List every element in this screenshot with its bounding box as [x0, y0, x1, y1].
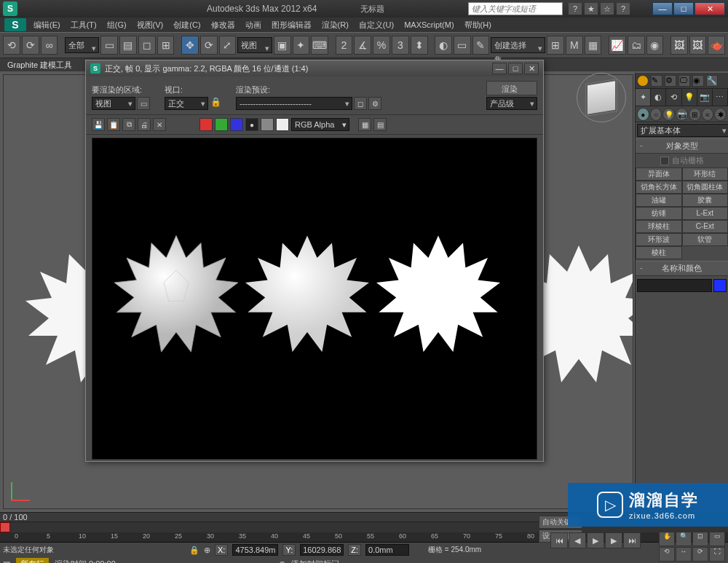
display-tab-icon[interactable]: 📷 — [697, 89, 713, 106]
refcoord-dropdown[interactable]: 视图 — [237, 37, 272, 53]
panel-icon[interactable] — [637, 75, 649, 87]
object-color-swatch[interactable] — [713, 279, 727, 292]
rw-preset-btn2-icon[interactable]: ⚙ — [368, 97, 381, 110]
channel-red-icon[interactable] — [199, 118, 213, 131]
link-icon[interactable]: ⟳ — [22, 36, 39, 55]
prev-frame-icon[interactable]: ◀ — [569, 532, 586, 548]
category-dropdown[interactable]: 扩展基本体 — [637, 124, 728, 137]
create-切角长方体-button[interactable]: 切角长方体 — [636, 181, 682, 194]
render-setup-icon[interactable]: 🖼 — [670, 36, 688, 55]
spacewarps-sub-icon[interactable]: ≈ — [702, 108, 714, 121]
create-球棱柱-button[interactable]: 球棱柱 — [636, 220, 682, 233]
channel-green-icon[interactable] — [215, 118, 228, 131]
lights-sub-icon[interactable]: 💡 — [662, 108, 675, 121]
cameras-sub-icon[interactable]: 📷 — [676, 108, 688, 121]
product-logo-icon[interactable]: S — [4, 18, 26, 31]
object-name-input[interactable] — [637, 279, 712, 292]
rw-channel-dropdown[interactable]: RGB Alpha — [291, 118, 349, 131]
channel-bg-icon[interactable] — [276, 118, 289, 131]
minimize-button[interactable]: — — [652, 2, 673, 15]
snap-3d-icon[interactable]: 3 — [392, 36, 409, 55]
rw-toggle-overlay-icon[interactable]: ▦ — [358, 118, 371, 131]
manip-icon[interactable]: ✦ — [293, 36, 310, 55]
menu-group[interactable]: 组(G) — [107, 20, 127, 31]
nav-fov-icon[interactable]: ⊡ — [692, 532, 708, 546]
rw-minimize-button[interactable]: — — [492, 63, 507, 74]
named-sel-dropdown[interactable]: 创建选择集 — [491, 37, 545, 53]
bind-icon[interactable]: ∞ — [41, 36, 58, 55]
select-icon[interactable]: ▭ — [100, 36, 118, 55]
modify-tab-icon[interactable]: ◐ — [651, 89, 666, 106]
star-icon[interactable]: ★ — [585, 3, 598, 15]
align-icon[interactable]: ▭ — [454, 36, 471, 55]
create-切角圆柱体-button[interactable]: 切角圆柱体 — [682, 181, 729, 194]
menu-modifiers[interactable]: 修改器 — [211, 20, 235, 31]
menu-edit[interactable]: 编辑(E) — [33, 20, 60, 31]
rw-area-pick-icon[interactable]: ▭ — [137, 97, 150, 110]
search-input[interactable] — [468, 2, 563, 15]
hierarchy-tab-icon[interactable]: ⟲ — [666, 89, 681, 106]
nav-region-icon[interactable]: ▭ — [709, 532, 725, 546]
create-L-Ext-button[interactable]: L-Ext — [682, 207, 729, 220]
z-value[interactable]: 0.0mm — [365, 544, 409, 556]
panel-icon[interactable]: ⚙ — [665, 75, 676, 87]
menu-rendering[interactable]: 渲染(R) — [322, 20, 349, 31]
add-time-marker[interactable]: 添加时间标记 — [291, 559, 339, 564]
spinner-icon[interactable]: ⬍ — [411, 36, 428, 55]
rw-preset-dropdown[interactable]: --------------------------- — [236, 97, 352, 110]
render-canvas[interactable] — [92, 138, 537, 460]
layers-icon[interactable]: ⊞ — [547, 36, 564, 55]
channel-mono-icon[interactable] — [261, 118, 274, 131]
mirror2-icon[interactable]: M — [566, 36, 583, 55]
create-异面体-button[interactable]: 异面体 — [636, 168, 682, 181]
snap-2d-icon[interactable]: 2 — [336, 36, 353, 55]
maximize-button[interactable]: □ — [673, 2, 694, 15]
create-棱柱-button[interactable]: 棱柱 — [636, 246, 682, 259]
rw-viewport-dropdown[interactable]: 正交 — [165, 97, 208, 110]
render-icon[interactable]: 🫖 — [708, 36, 725, 55]
create-C-Ext-button[interactable]: C-Ext — [682, 220, 729, 233]
quick-align-icon[interactable]: ✎ — [472, 36, 490, 55]
snap-percent-icon[interactable]: % — [373, 36, 390, 55]
create-环形波-button[interactable]: 环形波 — [636, 233, 682, 246]
schematic-icon[interactable]: 🗂 — [628, 36, 645, 55]
curve-editor-icon[interactable]: 📈 — [609, 36, 626, 55]
systems-sub-icon[interactable]: ✱ — [714, 108, 727, 121]
keyboard-icon[interactable]: ⌨ — [311, 36, 328, 55]
menu-customize[interactable]: 自定义(U) — [359, 20, 394, 31]
panel-icon[interactable]: ✎ — [651, 75, 662, 87]
panel-icon[interactable]: 🔧 — [706, 75, 718, 87]
rw-preset-btn1-icon[interactable]: ◻ — [354, 97, 367, 110]
array-icon[interactable]: ▦ — [585, 36, 602, 55]
render-button[interactable]: 渲染 — [486, 81, 537, 95]
geometry-sub-icon[interactable]: ● — [637, 108, 649, 121]
panel-icon[interactable]: 🖵 — [678, 75, 690, 87]
panel-icon[interactable]: ◉ — [692, 75, 704, 87]
y-value[interactable]: 16029.868 — [300, 544, 344, 556]
create-纺锤-button[interactable]: 纺锤 — [636, 207, 682, 220]
rw-toggle-ui-icon[interactable]: ▤ — [373, 118, 387, 131]
auto-grid-checkbox[interactable] — [660, 157, 669, 165]
menu-help[interactable]: 帮助(H) — [464, 20, 491, 31]
menu-maxscript[interactable]: MAXScript(M) — [404, 20, 454, 29]
filter-dropdown[interactable]: 全部 — [65, 37, 99, 53]
maxscript-listener-icon[interactable]: ▤ — [3, 559, 10, 564]
create-软管-button[interactable]: 软管 — [682, 233, 729, 246]
undo-link-icon[interactable]: ⟲ — [3, 36, 20, 55]
rw-save-icon[interactable]: 💾 — [92, 118, 105, 131]
menu-graph[interactable]: 图形编辑器 — [272, 20, 312, 31]
star-icon-2[interactable]: ☆ — [601, 3, 614, 15]
helpers-sub-icon[interactable]: ⊞ — [689, 108, 701, 121]
window-cross-icon[interactable]: ⊞ — [157, 36, 175, 55]
rw-area-dropdown[interactable]: 视图 — [92, 97, 135, 110]
help2-icon[interactable]: ? — [617, 3, 630, 15]
menu-tools[interactable]: 工具(T) — [71, 20, 97, 31]
play-icon[interactable]: ▶ — [587, 532, 604, 548]
lock-icon[interactable]: 🔒 — [210, 97, 221, 109]
nav-zoom-icon[interactable]: 🔍 — [676, 532, 692, 546]
transform-typein-icon[interactable]: ⊕ — [204, 546, 210, 555]
viewcube[interactable] — [585, 79, 617, 117]
channel-alpha-icon[interactable]: ● — [245, 118, 258, 131]
time-slider-icon[interactable] — [0, 522, 10, 532]
create-环形结-button[interactable]: 环形结 — [682, 168, 729, 181]
